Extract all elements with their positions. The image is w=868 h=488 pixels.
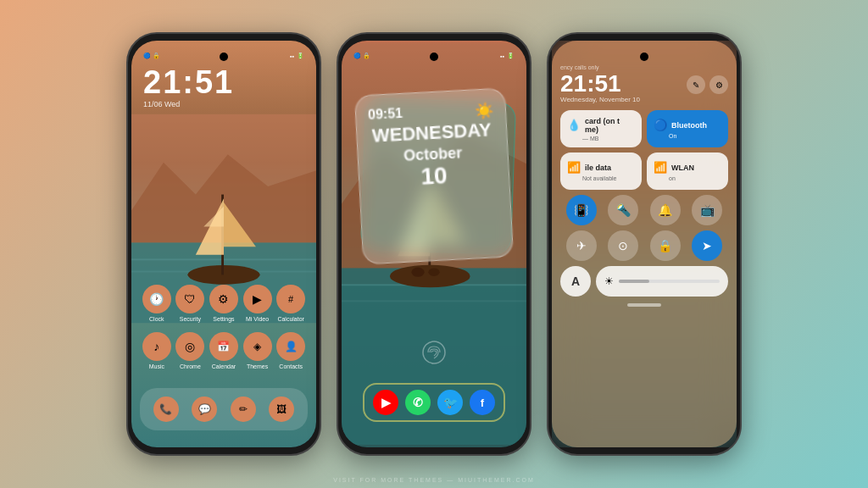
phone-1-screen: 🔵 🔒 ▪▪🔋 21:51 11/06 Wed [131,41,316,447]
phone-3: ency calls only 21:51 Wednesday, Novembe… [547,32,742,456]
data-title: card (on t me) [585,117,635,134]
social-dock: ▶ ✆ 🐦 f [363,383,505,422]
app-contacts[interactable]: 👤 Contacts [276,332,305,369]
punch-hole-1 [220,53,228,61]
phone-3-screen: ency calls only 21:51 Wednesday, Novembe… [552,41,737,447]
cc-cast-btn[interactable]: 📺 [692,195,722,225]
cc-torch-btn[interactable]: 🔦 [608,195,638,225]
brightness-icon: ☀ [604,275,614,287]
weather-icon: ☀️ [474,101,493,120]
phone-2-screen: 🔵 🔒 ▪▪🔋 09:51 ☀️ [342,41,526,447]
cc-tiles-grid: 💧 card (on t me) — MB 🔵 Bluetooth On [560,110,728,190]
cc-date: Wednesday, November 10 [560,96,640,103]
cc-clock: 21:51 [560,72,640,96]
app-security[interactable]: 🛡 Security [175,285,204,322]
mobile-sub: Not available [582,175,635,181]
svg-point-19 [411,267,424,276]
twitter-icon[interactable]: 🐦 [437,390,463,415]
app-chrome[interactable]: ◎ Chrome [175,332,204,369]
app-row-2: ♪ Music ◎ Chrome 📅 Calendar ◈ Themes 👤 [140,332,308,369]
cc-airplane-btn[interactable]: ✈ [566,230,597,261]
cc-tile-wlan[interactable]: 📶 WLAN on [647,152,728,190]
app-mivideo[interactable]: ▶ Mi Video [243,285,272,322]
app-calculator[interactable]: # Calculator [276,285,305,322]
cc-alarm-btn[interactable]: 🔔 [650,195,681,225]
svg-point-21 [423,341,445,363]
facebook-icon[interactable]: f [470,390,495,415]
mobile-icon: 📶 [567,161,581,174]
app-themes[interactable]: ◈ Themes [243,332,272,369]
cc-location-btn[interactable]: ➤ [692,230,722,261]
app-settings[interactable]: ⚙ Settings [209,285,238,322]
cc-status-text: ency calls only [560,64,728,70]
clock-time-1: 21:51 [143,66,234,98]
bluetooth-icon: 🔵 [654,119,667,131]
cc-tile-data[interactable]: 💧 card (on t me) — MB [560,110,642,147]
cc-tile-mobile[interactable]: 📶 ile data Not available [560,152,642,190]
cc-buttons-row2: ✈ ⊙ 🔒 ➤ [560,230,728,261]
punch-hole-3 [640,53,648,61]
widget-day: WEDNESDAY October 10 [369,119,498,193]
cc-circle-btn[interactable]: ⊙ [608,230,638,261]
widget-card-main: 09:51 ☀️ WEDNESDAY October 10 [354,87,514,264]
whatsapp-icon[interactable]: ✆ [405,390,431,415]
fingerprint-icon[interactable] [421,340,447,371]
watermark: VISIT FOR MORE THEMES — MIUITHEMER.COM [0,477,868,483]
widget-time: 09:51 [368,106,403,123]
cc-settings-icon[interactable]: ⚙ [709,75,728,94]
cc-buttons-row1: 📳 🔦 🔔 📺 [560,195,728,225]
cc-bottom-row: A ☀ [560,266,728,297]
dock-pencil[interactable]: ✏ [231,396,256,422]
control-center: ency calls only 21:51 Wednesday, Novembe… [552,41,737,447]
wlan-title: WLAN [671,164,694,172]
status-left-1: 🔵 🔒 [143,53,160,59]
clock-widget-1: 21:51 11/06 Wed [143,66,234,108]
bluetooth-title: Bluetooth [671,121,707,130]
status-left-2: 🔵 🔒 [353,53,370,59]
wlan-sub: on [669,175,721,181]
phone-2: 🔵 🔒 ▪▪🔋 09:51 ☀️ [337,32,531,456]
clock-date-1: 11/06 Wed [143,100,234,108]
cc-brightness-slider[interactable]: ☀ [596,266,728,297]
cc-font-btn[interactable]: A [560,266,591,297]
app-row-1: 🕐 Clock 🛡 Security ⚙ Settings ▶ Mi Video… [140,285,308,322]
data-sub: — MB [582,136,635,141]
dock-phone[interactable]: 📞 [153,396,179,422]
youtube-icon[interactable]: ▶ [373,390,398,415]
app-clock[interactable]: 🕐 Clock [142,285,171,322]
cc-edit-icon[interactable]: ✎ [687,75,705,94]
cc-vibrate-btn[interactable]: 📳 [566,195,597,225]
home-indicator [627,303,661,307]
cc-lock-btn[interactable]: 🔒 [650,230,681,261]
cc-tile-bluetooth[interactable]: 🔵 Bluetooth On [647,110,728,147]
data-icon: 💧 [567,119,581,131]
punch-hole-2 [430,53,438,61]
dock-gallery[interactable]: 🖼 [269,396,294,422]
bluetooth-sub: On [669,133,721,139]
app-calendar[interactable]: 📅 Calendar [209,332,238,369]
svg-point-20 [428,268,439,275]
wlan-icon: 📶 [654,161,667,174]
app-grid-1: 🕐 Clock 🛡 Security ⚙ Settings ▶ Mi Video… [131,285,316,380]
brightness-bar [619,280,720,283]
svg-rect-14 [342,300,526,302]
app-music[interactable]: ♪ Music [142,332,171,369]
mobile-title: ile data [585,164,611,172]
phone-1: 🔵 🔒 ▪▪🔋 21:51 11/06 Wed [126,32,321,456]
status-right-2: ▪▪🔋 [500,53,515,59]
svg-point-18 [390,265,470,288]
dock-messages[interactable]: 💬 [192,396,217,422]
status-right-1: ▪▪🔋 [290,53,304,59]
dock-1: 📞 💬 ✏ 🖼 [140,388,308,430]
brightness-fill [619,280,649,283]
